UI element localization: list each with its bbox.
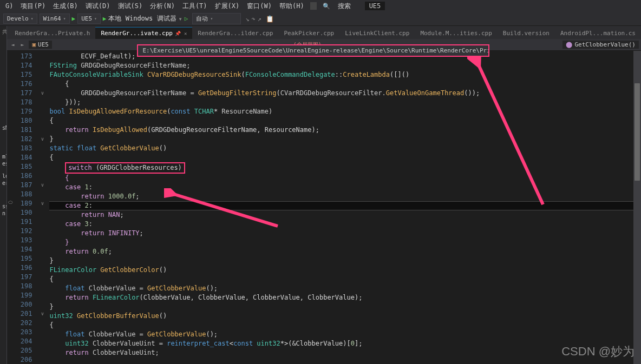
menu-item[interactable]: 项目(P) bbox=[17, 1, 49, 12]
step-into-icon[interactable]: ↘ bbox=[245, 15, 249, 23]
fold-column[interactable]: ∨∨∨∨∨∨ bbox=[37, 51, 47, 364]
result-count: 共 160 个) bbox=[0, 26, 6, 38]
editor-tab[interactable]: RenderGra...Private.h bbox=[9, 27, 95, 39]
project-crumb[interactable]: ▣UE5 bbox=[29, 41, 52, 49]
editor-area: RenderGra...Private.hRenderGr...ivate.cp… bbox=[7, 26, 641, 364]
toolbar: Develo Win64 ▶ UE5 ▶ 本地 Windows 调试器 ▾ ▷ … bbox=[0, 12, 641, 26]
toolbar-icon[interactable]: 📋 bbox=[266, 15, 274, 23]
file-path: E:\Exercise\UE5\unrealEngine5SourceCode\… bbox=[137, 44, 489, 57]
mode-combo[interactable]: 自动 bbox=[192, 13, 241, 24]
menu-item[interactable]: 扩展(X) bbox=[212, 1, 243, 12]
tree-item[interactable]: ers.xml bbox=[0, 180, 6, 187]
tree-item[interactable]: n.txt bbox=[0, 210, 6, 217]
step-over-icon[interactable]: ↷ bbox=[252, 15, 256, 23]
nav-back-icon[interactable]: ◄ bbox=[9, 42, 16, 48]
menu-item[interactable]: 工具(T) bbox=[179, 1, 211, 12]
search-icon[interactable]: 🔍 bbox=[319, 2, 333, 11]
function-crumb[interactable]: ⬤GetClobberValue() bbox=[562, 41, 639, 49]
editor-tab[interactable]: RenderGra...ilder.cpp bbox=[192, 27, 278, 39]
tree-item[interactable]: ssionTest.xm bbox=[0, 203, 6, 210]
search-label[interactable]: 搜索 bbox=[335, 1, 354, 12]
play-icon[interactable]: ▶ bbox=[103, 15, 107, 22]
step-out-icon[interactable]: ↗ bbox=[258, 15, 261, 23]
editor-tab[interactable]: PeakPicker.cpp bbox=[278, 27, 339, 39]
tree-item[interactable]: ml bbox=[0, 153, 6, 160]
menubar: G) 项目(P) 生成(B) 调试(D) 测试(S) 分析(N) 工具(T) 扩… bbox=[0, 0, 641, 12]
menu-item[interactable]: 测试(S) bbox=[115, 1, 146, 12]
scrollbar-thumb[interactable] bbox=[635, 83, 640, 181]
tabstrip: RenderGra...Private.hRenderGr...ivate.cp… bbox=[7, 26, 641, 39]
path-highlight: E:\Exercise\UE5\unrealEngine5SourceCode\… bbox=[137, 44, 489, 57]
main-area: 共 160 个) sMarker.dat ml est.xml ld.xml e… bbox=[0, 26, 641, 364]
separator bbox=[310, 2, 317, 10]
watermark: CSDN @妙为 bbox=[561, 343, 635, 360]
nav-fwd-icon[interactable]: ► bbox=[19, 42, 25, 48]
menu-item[interactable]: 生成(B) bbox=[50, 1, 81, 12]
menu-item[interactable]: G) bbox=[2, 1, 16, 11]
solution-explorer[interactable]: 共 160 个) sMarker.dat ml est.xml ld.xml e… bbox=[0, 26, 7, 364]
menu-item[interactable]: 帮助(H) bbox=[276, 1, 308, 12]
editor-tab[interactable]: AndroidPl...mation.cs bbox=[555, 27, 641, 39]
editor-tab[interactable]: Module.M...ities.cpp bbox=[415, 27, 497, 39]
editor-tab[interactable]: LiveLinkClient.cpp bbox=[339, 27, 415, 39]
editor-tab[interactable]: RenderGr...ivate.cpp📌✕ bbox=[95, 27, 192, 39]
menu-item[interactable]: 分析(N) bbox=[147, 1, 178, 12]
tree-item[interactable]: est.xml bbox=[0, 160, 6, 167]
line-gutter: 1731741751761771781791801811821831841851… bbox=[7, 51, 37, 364]
code-content[interactable]: ECVF_Default);FString GRDGDebugResourceF… bbox=[47, 51, 641, 364]
editor-tab[interactable]: Build.version bbox=[498, 27, 555, 39]
tree-item[interactable]: ld.xml bbox=[0, 173, 6, 180]
solution-name: UE5 bbox=[365, 2, 385, 10]
target-combo[interactable]: UE5 bbox=[77, 14, 101, 24]
code-editor[interactable]: 1731741751761771781791801811821831841851… bbox=[7, 51, 641, 364]
platform-combo[interactable]: Win64 bbox=[40, 14, 70, 24]
config-combo[interactable]: Develo bbox=[3, 14, 37, 24]
tree-item[interactable]: sMarker.dat bbox=[0, 124, 6, 131]
run-label[interactable]: 本地 Windows 调试器 bbox=[108, 14, 176, 23]
vertical-scrollbar[interactable] bbox=[633, 51, 641, 364]
menu-item[interactable]: 窗口(W) bbox=[244, 1, 275, 12]
menu-item[interactable]: 调试(D) bbox=[82, 1, 114, 12]
play-icon: ▶ bbox=[72, 15, 76, 22]
play-outline-icon[interactable]: ▷ bbox=[185, 15, 188, 22]
